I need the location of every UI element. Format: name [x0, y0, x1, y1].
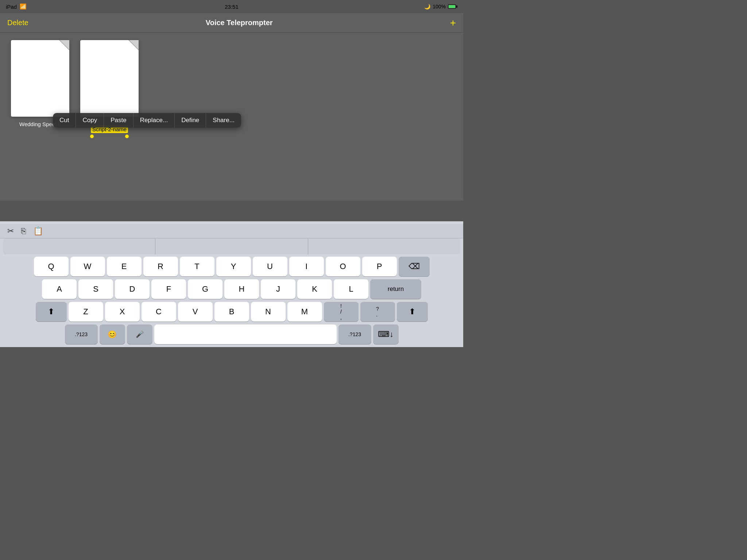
key-return[interactable]: return	[370, 279, 421, 299]
key-r[interactable]: R	[143, 257, 178, 276]
keyboard-row-1: Q W E R T Y U I O P ⌫	[1, 257, 462, 276]
context-menu-share[interactable]: Share...	[206, 113, 241, 128]
key-k[interactable]: K	[297, 279, 332, 299]
key-i[interactable]: I	[289, 257, 324, 276]
key-j[interactable]: J	[261, 279, 295, 299]
key-g[interactable]: G	[188, 279, 222, 299]
status-left: iPad 📶	[6, 3, 27, 10]
key-s[interactable]: S	[78, 279, 113, 299]
key-questionmark[interactable]: ?.	[360, 302, 395, 322]
keyboard-rows: Q W E R T Y U I O P ⌫ A S D F G H J K L …	[0, 257, 463, 344]
delete-button[interactable]: Delete	[7, 19, 28, 27]
key-h[interactable]: H	[224, 279, 259, 299]
key-punctuation[interactable]: !/,	[324, 302, 359, 322]
key-shift-right[interactable]: ⬆	[397, 302, 428, 322]
key-e[interactable]: E	[107, 257, 142, 276]
wifi-icon: 📶	[20, 3, 27, 10]
key-x[interactable]: X	[105, 302, 140, 322]
context-menu-replace[interactable]: Replace...	[133, 113, 175, 128]
status-bar: iPad 📶 23:51 🌙 100%	[0, 0, 463, 13]
keyboard-row-2: A S D F G H J K L return	[1, 279, 462, 299]
battery-icon	[448, 4, 457, 9]
key-d[interactable]: D	[115, 279, 150, 299]
document-card-1[interactable]	[11, 40, 69, 117]
keyboard-row-4: .?123 😊 🎤 .?123 ⌨↓	[1, 324, 462, 344]
key-b[interactable]: B	[214, 302, 249, 322]
copy-icon[interactable]: ⎘	[21, 226, 26, 236]
key-m[interactable]: M	[287, 302, 322, 322]
key-u[interactable]: U	[253, 257, 287, 276]
autocomplete-bar	[0, 238, 463, 254]
key-c[interactable]: C	[142, 302, 176, 322]
key-shift-left[interactable]: ⬆	[36, 302, 67, 322]
device-label: iPad	[6, 4, 17, 10]
key-backspace[interactable]: ⌫	[399, 257, 430, 276]
add-button[interactable]: +	[450, 17, 456, 29]
key-z[interactable]: Z	[69, 302, 103, 322]
content-area: Wedding Speech Script-2-name Cut Copy Pa…	[0, 33, 463, 201]
key-hide[interactable]: ⌨↓	[373, 324, 399, 344]
key-q[interactable]: Q	[34, 257, 69, 276]
selection-handle-left	[90, 135, 94, 138]
autocomplete-item-2[interactable]	[155, 238, 308, 254]
key-o[interactable]: O	[326, 257, 360, 276]
document-card-2[interactable]	[80, 40, 139, 117]
key-f[interactable]: F	[151, 279, 186, 299]
autocomplete-item-1[interactable]	[3, 238, 155, 254]
context-menu-paste[interactable]: Paste	[104, 113, 133, 128]
page-title: Voice Teleprompter	[206, 19, 273, 27]
key-t[interactable]: T	[180, 257, 214, 276]
key-w[interactable]: W	[70, 257, 105, 276]
key-emoji[interactable]: 😊	[100, 324, 125, 344]
moon-icon: 🌙	[424, 4, 430, 9]
scissors-icon[interactable]: ✂	[7, 226, 14, 236]
key-p[interactable]: P	[362, 257, 397, 276]
key-l[interactable]: L	[334, 279, 368, 299]
key-a[interactable]: A	[42, 279, 77, 299]
autocomplete-item-3[interactable]	[308, 238, 460, 254]
key-y[interactable]: Y	[216, 257, 251, 276]
status-right: 🌙 100%	[424, 4, 457, 9]
key-num-left[interactable]: .?123	[65, 324, 98, 344]
key-space[interactable]	[154, 324, 337, 344]
context-menu-cut[interactable]: Cut	[53, 113, 76, 128]
keyboard-area: ✂ ⎘ 📋 Q W E R T Y U I O P ⌫ A S D F	[0, 221, 463, 347]
key-v[interactable]: V	[178, 302, 213, 322]
context-menu-define[interactable]: Define	[175, 113, 206, 128]
selection-handle-right	[125, 135, 129, 138]
key-n[interactable]: N	[251, 302, 286, 322]
keyboard-toolbar: ✂ ⎘ 📋	[0, 224, 463, 238]
context-menu-copy[interactable]: Copy	[76, 113, 104, 128]
battery-pct: 100%	[433, 4, 446, 9]
key-mic[interactable]: 🎤	[127, 324, 152, 344]
paste-icon[interactable]: 📋	[33, 226, 43, 236]
keyboard-row-3: ⬆ Z X C V B N M !/, ?. ⬆	[1, 302, 462, 322]
context-menu: Cut Copy Paste Replace... Define Share..…	[53, 113, 241, 128]
status-time: 23:51	[225, 4, 239, 10]
key-num-right[interactable]: .?123	[338, 324, 371, 344]
nav-bar: Delete Voice Teleprompter +	[0, 13, 463, 33]
